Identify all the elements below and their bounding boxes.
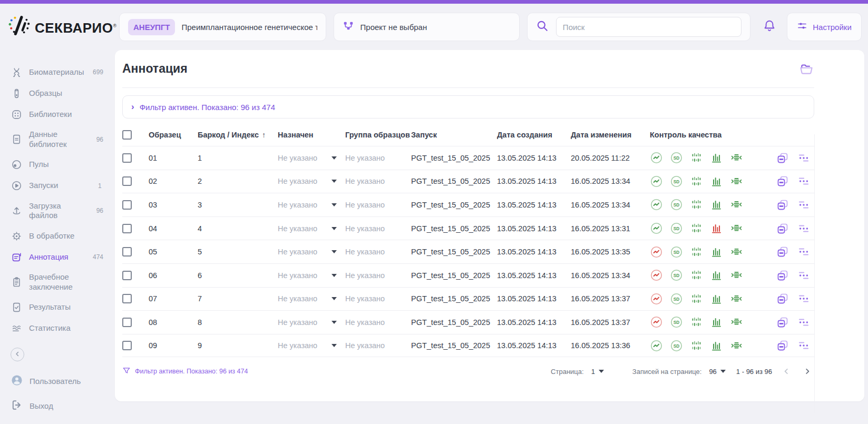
brand-logo[interactable]: СЕКВАРИО® [8, 15, 112, 38]
more-menu-icon[interactable] [797, 199, 810, 211]
qc-sd-icon[interactable]: SD [670, 245, 683, 259]
assigned-select[interactable]: Не указано [278, 177, 345, 185]
row-checkbox[interactable] [122, 341, 132, 350]
annotation-copy-icon[interactable] [776, 245, 789, 258]
qc-barchart-icon[interactable] [710, 269, 723, 282]
more-menu-icon[interactable] [797, 222, 810, 235]
qc-dispersion-icon[interactable] [690, 292, 703, 305]
qc-coverage-icon[interactable] [730, 269, 743, 282]
assigned-select[interactable]: Не указано [278, 224, 345, 233]
qc-barchart-icon[interactable] [710, 175, 723, 188]
qc-dispersion-icon[interactable] [690, 175, 703, 188]
sidebar-item-pool[interactable]: Пулы [0, 154, 111, 175]
qc-trend-icon[interactable] [650, 245, 663, 259]
assigned-select[interactable]: Не указано [278, 201, 345, 209]
sidebar-item-dna[interactable]: Биоматериалы699 [0, 62, 111, 83]
annotation-copy-icon[interactable] [776, 339, 789, 352]
test-type-selector[interactable]: АНЕУПГТ Преимплантационное генетическое … [119, 13, 326, 41]
annotation-copy-icon[interactable] [776, 269, 789, 282]
qc-barchart-icon[interactable] [710, 292, 723, 305]
row-checkbox[interactable] [122, 271, 132, 280]
row-checkbox[interactable] [122, 153, 132, 163]
qc-barchart-icon[interactable] [710, 339, 723, 352]
qc-dispersion-icon[interactable] [690, 151, 703, 164]
row-checkbox[interactable] [122, 318, 132, 327]
sidebar-item-clipboard[interactable]: Врачебное заключение [0, 268, 111, 297]
sidebar-item-upload[interactable]: Загрузка файлов96 [0, 196, 111, 226]
sidebar-item-library[interactable]: Библиотеки [0, 104, 111, 125]
next-page-button[interactable] [801, 364, 814, 378]
sidebar-item-play[interactable]: Запуски1 [0, 175, 111, 196]
qc-sd-icon[interactable]: SD [670, 315, 683, 329]
sidebar-item-gear[interactable]: В обработке [0, 225, 111, 246]
qc-trend-icon[interactable] [650, 175, 663, 188]
search-icon[interactable] [536, 19, 549, 34]
qc-coverage-icon[interactable] [730, 198, 743, 211]
sidebar-item-waves[interactable]: Статистика [0, 318, 111, 339]
footer-filter-status[interactable]: Фильтр активен. Показано: 96 из 474 [122, 367, 248, 377]
qc-dispersion-icon[interactable] [690, 198, 703, 211]
previous-page-button[interactable] [779, 364, 793, 378]
row-checkbox[interactable] [122, 294, 132, 303]
row-checkbox[interactable] [122, 176, 132, 186]
sidebar-item-test-tube[interactable]: Образцы [0, 83, 111, 104]
qc-dispersion-icon[interactable] [690, 222, 703, 235]
qc-barchart-icon[interactable] [710, 151, 723, 164]
qc-barchart-icon[interactable] [710, 245, 723, 259]
annotation-copy-icon[interactable] [776, 222, 789, 235]
row-checkbox[interactable] [122, 224, 132, 233]
more-menu-icon[interactable] [797, 175, 810, 188]
row-checkbox[interactable] [122, 200, 132, 210]
qc-sd-icon[interactable]: SD [670, 269, 683, 282]
search-input[interactable] [556, 17, 742, 37]
per-page-select[interactable]: 96 [709, 368, 725, 376]
settings-button[interactable]: Настройки [787, 13, 862, 41]
folder-open-icon[interactable] [798, 61, 814, 77]
more-menu-icon[interactable] [797, 152, 810, 164]
assigned-select[interactable]: Не указано [278, 271, 345, 280]
assigned-select[interactable]: Не указано [278, 248, 345, 256]
sidebar-item-logout[interactable]: Выход [0, 393, 111, 418]
select-all-checkbox[interactable] [122, 130, 132, 140]
qc-coverage-icon[interactable] [730, 292, 743, 305]
qc-coverage-icon[interactable] [730, 315, 743, 329]
assigned-select[interactable]: Не указано [278, 341, 345, 350]
assigned-select[interactable]: Не указано [278, 294, 345, 303]
qc-trend-icon[interactable] [650, 198, 663, 211]
row-checkbox[interactable] [122, 247, 132, 257]
qc-coverage-icon[interactable] [730, 151, 743, 164]
qc-coverage-icon[interactable] [730, 175, 743, 188]
qc-sd-icon[interactable]: SD [670, 175, 683, 188]
qc-coverage-icon[interactable] [730, 222, 743, 235]
sidebar-item-doc-check[interactable]: Результаты [0, 297, 111, 318]
col-barcode[interactable]: Баркод / Индекс↑ [198, 131, 278, 139]
qc-dispersion-icon[interactable] [690, 245, 703, 259]
more-menu-icon[interactable] [797, 339, 810, 352]
qc-dispersion-icon[interactable] [690, 269, 703, 282]
qc-barchart-icon[interactable] [710, 198, 723, 211]
qc-sd-icon[interactable]: SD [670, 222, 683, 235]
qc-coverage-icon[interactable] [730, 245, 743, 259]
qc-coverage-icon[interactable] [730, 339, 743, 352]
qc-sd-icon[interactable]: SD [670, 198, 683, 211]
qc-sd-icon[interactable]: SD [670, 292, 683, 305]
qc-barchart-icon[interactable] [710, 315, 723, 329]
annotation-copy-icon[interactable] [776, 152, 789, 164]
more-menu-icon[interactable] [797, 245, 810, 258]
annotation-copy-icon[interactable] [776, 175, 789, 188]
more-menu-icon[interactable] [797, 316, 810, 329]
assigned-select[interactable]: Не указано [278, 318, 345, 327]
qc-trend-icon[interactable] [650, 151, 663, 164]
annotation-copy-icon[interactable] [776, 292, 789, 305]
qc-trend-icon[interactable] [650, 339, 663, 352]
qc-dispersion-icon[interactable] [690, 339, 703, 352]
sidebar-item-user[interactable]: Пользователь [0, 369, 111, 393]
qc-sd-icon[interactable]: SD [670, 151, 683, 164]
more-menu-icon[interactable] [797, 292, 810, 305]
sidebar-collapse-button[interactable] [11, 348, 24, 361]
filter-banner[interactable]: › Фильтр активен. Показано: 96 из 474 [122, 95, 814, 119]
notifications-button[interactable] [761, 18, 778, 36]
assigned-select[interactable]: Не указано [278, 154, 345, 162]
sort-ascending-icon[interactable]: ↑ [262, 131, 266, 139]
qc-trend-icon[interactable] [650, 315, 663, 329]
